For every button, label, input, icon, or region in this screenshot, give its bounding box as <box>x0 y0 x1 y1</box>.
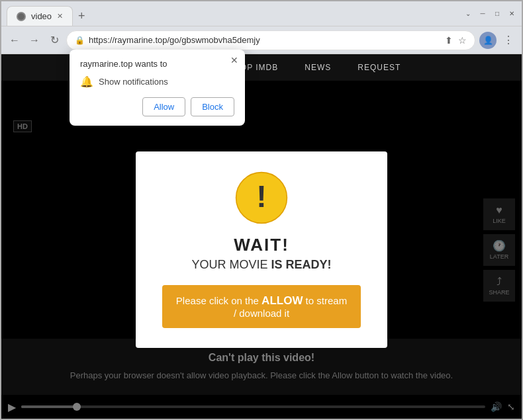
menu-button[interactable]: ⋮ <box>500 34 516 46</box>
modal-overlay: ! WAIT! YOUR MOVIE IS READY! Please clic… <box>1 81 522 419</box>
bell-icon: 🔔 <box>80 75 93 88</box>
wait-heading: WAIT! <box>162 235 361 255</box>
popup-title: raymarine.top wants to <box>80 59 234 69</box>
window-controls: ⌄ ─ □ ✕ <box>463 10 516 17</box>
url-box[interactable]: 🔒 https://raymarine.top/go/gbswmobvha5de… <box>66 30 475 50</box>
video-player-area: ph HD ♥ LIKE 🕐 LATER ⤴ SHARE <box>1 81 522 419</box>
nav-request[interactable]: REQUEST <box>357 63 401 72</box>
subtitle-bold: IS READY! <box>271 258 332 271</box>
popup-description: Show notifications <box>99 77 168 87</box>
close-button[interactable]: ✕ <box>507 10 516 17</box>
movie-ready-modal: ! WAIT! YOUR MOVIE IS READY! Please clic… <box>136 151 387 348</box>
popup-notification-row: 🔔 Show notifications <box>80 75 234 88</box>
refresh-button[interactable]: ↻ <box>46 34 62 46</box>
svg-text:!: ! <box>256 179 266 214</box>
tab-close-button[interactable]: ✕ <box>57 12 63 21</box>
forward-button[interactable]: → <box>26 34 42 46</box>
notification-permission-popup: ✕ raymarine.top wants to 🔔 Show notifica… <box>70 50 245 126</box>
subtitle-prefix: YOUR MOVIE <box>191 258 271 271</box>
back-button[interactable]: ← <box>7 34 23 46</box>
tab-area: video ✕ + <box>7 1 458 26</box>
profile-icon: 👤 <box>483 36 493 45</box>
popup-action-buttons: Allow Block <box>80 97 234 116</box>
url-actions: ⬆ ☆ <box>445 35 467 46</box>
nav-news[interactable]: NEWS <box>305 63 331 72</box>
browser-tab[interactable]: video ✕ <box>7 6 73 26</box>
warning-icon: ! <box>235 171 288 224</box>
cta-prefix: Please click on the <box>176 295 262 306</box>
chevron-down-icon: ⌄ <box>463 10 473 17</box>
svg-point-0 <box>18 13 24 20</box>
profile-avatar[interactable]: 👤 <box>479 32 497 49</box>
allow-button[interactable]: Allow <box>142 97 185 116</box>
title-bar: video ✕ + ⌄ ─ □ ✕ <box>1 1 522 26</box>
tab-favicon <box>17 12 26 21</box>
new-tab-button[interactable]: + <box>75 7 88 26</box>
minimize-button[interactable]: ─ <box>478 10 487 17</box>
maximize-button[interactable]: □ <box>493 10 502 17</box>
movie-ready-text: YOUR MOVIE IS READY! <box>162 258 361 272</box>
lock-icon: 🔒 <box>75 36 85 45</box>
cta-allow-text: ALLOW <box>262 294 303 307</box>
cta-banner: Please click on the ALLOW to stream / do… <box>162 285 361 328</box>
popup-close-button[interactable]: ✕ <box>230 55 238 65</box>
url-text: https://raymarine.top/go/gbswmobvha5demj… <box>89 35 441 45</box>
bookmark-icon[interactable]: ☆ <box>458 35 467 46</box>
share-icon[interactable]: ⬆ <box>445 35 453 46</box>
tab-title: video <box>31 11 52 21</box>
block-button[interactable]: Block <box>191 97 234 116</box>
